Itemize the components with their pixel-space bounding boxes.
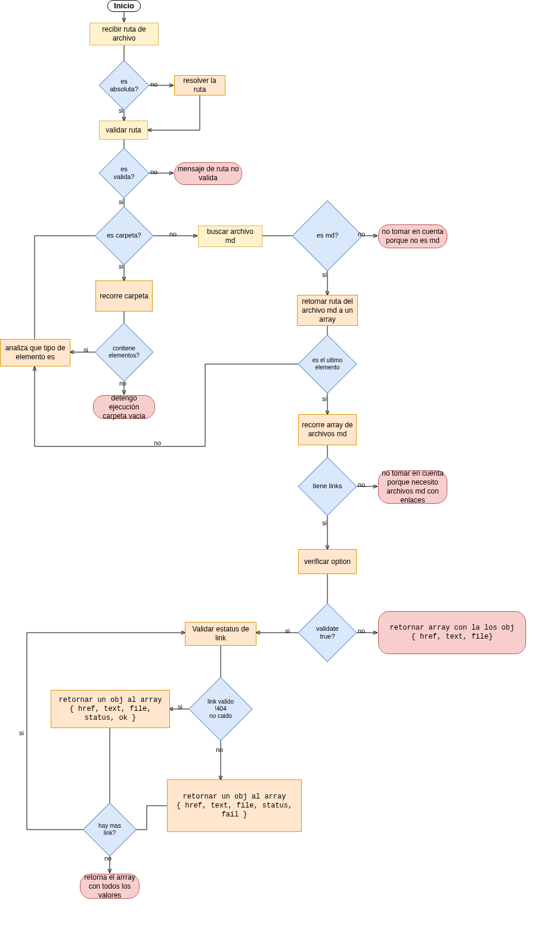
decision-contiene-elementos: contiene elementos?: [103, 331, 145, 373]
process-recibir-ruta: recibir ruta de archivo: [89, 23, 159, 45]
decision-es-md: es md?: [302, 211, 352, 261]
label-link-valido: link valido !404 no caido: [198, 686, 243, 732]
process-resolver-ruta: resolver la ruta: [174, 75, 225, 95]
start-label: Inicio: [114, 1, 134, 11]
decision-es-ultimo-elemento: es el ultimo elemento: [307, 343, 348, 385]
label-verificar-option: verificar option: [304, 557, 351, 566]
edge-validate-no: no: [358, 627, 365, 634]
decision-hay-mas-link: hay mas link?: [91, 810, 129, 849]
flowchart-canvas: Inicio recibir ruta de archivo es absolu…: [0, 0, 560, 937]
label-resolver-ruta: resolver la ruta: [177, 76, 222, 94]
label-es-ultimo-elemento: es el ultimo elemento: [307, 343, 348, 385]
edge-es-valida-si: si: [119, 198, 123, 205]
edge-es-md-no: no: [358, 230, 365, 238]
start-terminator: Inicio: [107, 0, 141, 12]
edge-tiene-links-si: si: [322, 519, 327, 526]
process-recorre-carpeta: recorre carpeta: [95, 281, 153, 312]
label-hay-mas-link: hay mas link?: [91, 810, 129, 849]
label-recibir-ruta: recibir ruta de archivo: [92, 25, 156, 43]
edge-link-valido-no: no: [216, 746, 223, 753]
label-recorre-carpeta: recorre carpeta: [100, 292, 148, 301]
label-recorre-array-md: recorre array de archivos md: [301, 421, 354, 439]
terminal-retornar-array-obj: retornar array con la los obj { href, te…: [378, 611, 526, 654]
label-retornar-ruta-array: retornar ruta del archivo md a un array: [300, 297, 355, 324]
process-retornar-ruta-array: retornar ruta del archivo md a un array: [297, 295, 358, 326]
decision-validate-true: validate true?: [307, 612, 348, 654]
label-retornar-obj-fail: retornar un obj al array { href, text, f…: [170, 793, 299, 819]
terminal-mensaje-no-valida: mensaje de ruta no valida: [174, 162, 242, 185]
label-validar-estatus: Validar estatus de link: [188, 625, 253, 643]
edge-contiene-no: no: [119, 380, 126, 387]
process-retornar-obj-fail: retornar un obj al array { href, text, f…: [167, 779, 302, 832]
edge-hay-mas-si: si: [19, 729, 24, 736]
label-no-tomar-no-md: no tomar en cuenta porque no es md: [381, 227, 444, 245]
decision-link-valido: link valido !404 no caido: [198, 686, 243, 732]
decision-es-absoluta: es absoluta?: [106, 67, 142, 103]
label-es-absoluta: es absoluta?: [106, 67, 142, 103]
label-tiene-links: tiene links: [307, 466, 348, 507]
label-retorna-array-todos: retorna el arrray con todos los valores: [83, 873, 137, 900]
process-buscar-archivo-md: buscar archivo md: [198, 226, 262, 247]
terminal-no-tomar-no-md: no tomar en cuenta porque no es md: [378, 224, 447, 248]
terminal-detengo-vacia: detengo ejecución carpeta vacia: [93, 395, 155, 419]
process-retornar-obj-ok: retornar un obj al array { href, text, f…: [51, 690, 170, 728]
decision-es-valida: es valida?: [106, 155, 142, 191]
label-mensaje-no-valida: mensaje de ruta no valida: [177, 165, 239, 183]
edge-es-absoluta-no: no: [150, 81, 157, 88]
label-retornar-obj-ok: retornar un obj al array { href, text, f…: [54, 696, 167, 723]
edge-ultimo-no: no: [154, 439, 161, 446]
label-no-tomar-no-links: no tomar en cuenta porque necesito archi…: [381, 469, 444, 505]
edge-es-md-si: si: [322, 271, 327, 278]
label-retornar-array-obj: retornar array con la los obj { href, te…: [390, 624, 515, 642]
edge-es-valida-no: no: [150, 168, 157, 175]
decision-es-carpeta: es carpeta?: [103, 215, 145, 257]
label-validate-true: validate true?: [307, 612, 348, 654]
edge-es-absoluta-si: si: [119, 107, 123, 114]
terminal-no-tomar-no-links: no tomar en cuenta porque necesito archi…: [378, 470, 447, 504]
terminal-retorna-array-todos: retorna el arrray con todos los valores: [80, 874, 140, 899]
label-es-md: es md?: [302, 211, 352, 261]
label-es-valida: es valida?: [106, 155, 142, 191]
label-buscar-archivo-md: buscar archivo md: [201, 227, 259, 245]
label-contiene-elementos: contiene elementos?: [103, 331, 145, 373]
label-analiza-tipo: analiza que tipo de elemento es: [3, 344, 67, 362]
edge-validate-si: si: [285, 627, 290, 634]
process-validar-ruta: validar ruta: [99, 121, 148, 140]
edge-contiene-si: si: [83, 346, 88, 353]
edge-es-carpeta-si: si: [119, 263, 123, 270]
label-detengo-vacia: detengo ejecución carpeta vacia: [96, 394, 152, 421]
edge-es-carpeta-no: no: [169, 230, 177, 238]
label-es-carpeta: es carpeta?: [103, 215, 145, 257]
decision-tiene-links: tiene links: [307, 466, 348, 507]
process-analiza-tipo: analiza que tipo de elemento es: [0, 339, 70, 366]
edge-hay-mas-no: no: [104, 855, 112, 862]
label-validar-ruta: validar ruta: [106, 126, 141, 135]
edge-ultimo-si: si: [322, 395, 327, 402]
process-validar-estatus: Validar estatus de link: [185, 622, 256, 646]
process-verificar-option: verificar option: [298, 549, 357, 574]
process-recorre-array-md: recorre array de archivos md: [298, 414, 357, 445]
edge-tiene-links-no: no: [358, 481, 365, 488]
edge-link-valido-si: si: [178, 703, 182, 710]
